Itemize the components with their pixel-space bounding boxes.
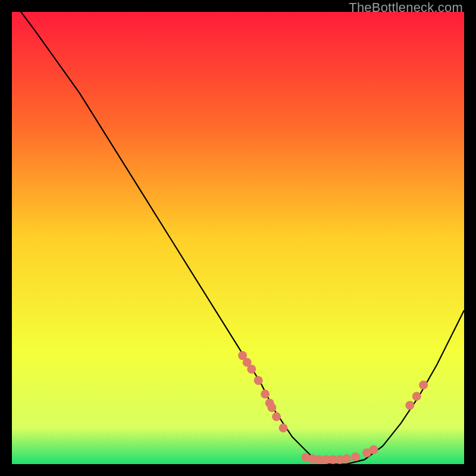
- chart-background: [12, 12, 464, 464]
- chart-svg: [12, 12, 464, 464]
- data-point: [279, 424, 288, 433]
- data-point: [272, 412, 281, 421]
- data-point: [351, 452, 360, 461]
- data-point: [268, 403, 277, 412]
- data-point: [261, 390, 270, 399]
- data-point: [254, 376, 263, 385]
- data-point: [369, 445, 378, 454]
- data-point: [405, 401, 414, 410]
- data-point: [247, 365, 256, 374]
- data-point: [342, 454, 351, 463]
- data-point: [412, 392, 421, 401]
- data-point: [419, 381, 428, 390]
- chart-frame: TheBottleneck.com: [0, 0, 476, 476]
